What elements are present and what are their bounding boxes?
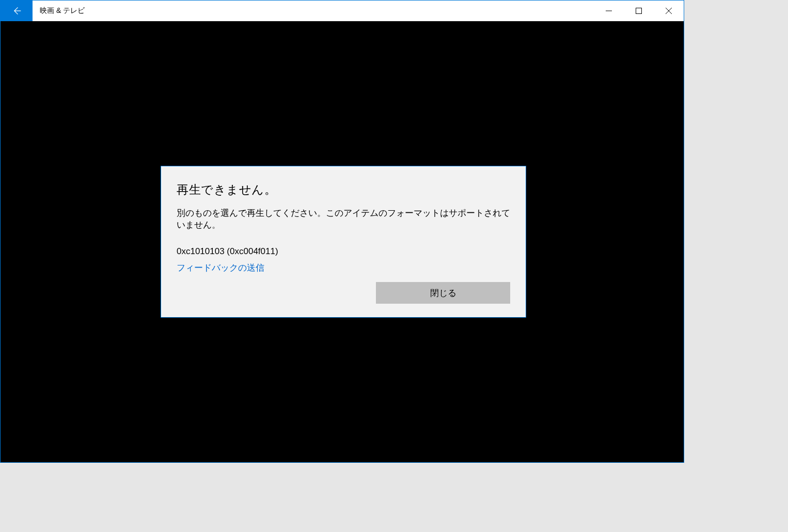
- maximize-icon: [636, 8, 642, 14]
- error-dialog: 再生できません。 別のものを選んで再生してください。このアイテムのフォーマットは…: [161, 166, 526, 318]
- window-controls: [594, 1, 684, 21]
- minimize-button[interactable]: [594, 1, 624, 21]
- maximize-button[interactable]: [624, 1, 654, 21]
- minimize-icon: [606, 8, 612, 14]
- dialog-message: 別のものを選んで再生してください。このアイテムのフォーマットはサポートされていま…: [177, 207, 510, 231]
- dialog-footer: 閉じる: [177, 282, 510, 304]
- app-window: 映画 & テレビ 再生できません。 別のものを選んで: [0, 0, 684, 463]
- close-window-button[interactable]: [654, 1, 684, 21]
- titlebar: 映画 & テレビ: [1, 1, 684, 21]
- dialog-title: 再生できません。: [177, 182, 510, 198]
- window-title: 映画 & テレビ: [33, 1, 594, 21]
- close-dialog-button[interactable]: 閉じる: [376, 282, 510, 304]
- content-area: 再生できません。 別のものを選んで再生してください。このアイテムのフォーマットは…: [1, 21, 684, 462]
- close-icon: [666, 8, 672, 14]
- back-button[interactable]: [1, 1, 33, 21]
- dialog-error-code: 0xc1010103 (0xc004f011): [177, 246, 510, 257]
- arrow-left-icon: [11, 6, 22, 16]
- svg-rect-2: [636, 8, 642, 14]
- feedback-link[interactable]: フィードバックの送信: [177, 262, 510, 274]
